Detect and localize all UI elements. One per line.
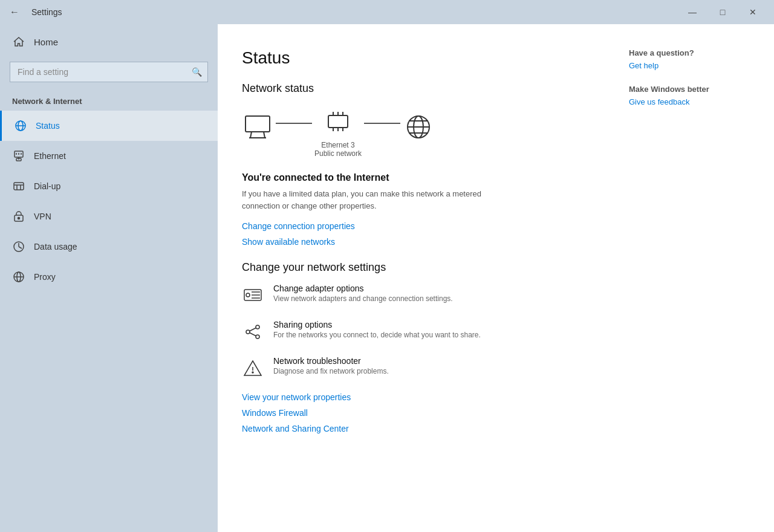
get-help-link[interactable]: Get help xyxy=(629,61,762,70)
sidebar-item-vpn[interactable]: VPN xyxy=(0,201,218,232)
svg-rect-23 xyxy=(328,115,348,128)
vpn-icon xyxy=(12,210,25,223)
main-container: Home 🔍 Network & Internet Status xyxy=(0,24,774,532)
proxy-icon xyxy=(12,270,25,284)
sharing-desc: For the networks you connect to, decide … xyxy=(273,331,481,339)
ethernet-switch-icon: Ethernet 3 Public network xyxy=(314,107,362,158)
sharing-icon xyxy=(242,321,264,343)
sidebar-home-item[interactable]: Home xyxy=(0,24,218,59)
app-title: Settings xyxy=(31,7,62,17)
home-icon xyxy=(12,35,25,48)
ethernet-label: Ethernet 3 Public network xyxy=(314,141,362,158)
sidebar-item-label-vpn: VPN xyxy=(34,212,51,221)
sidebar-section-title: Network & Internet xyxy=(0,89,218,111)
computer-icon: PC xyxy=(242,111,273,154)
show-networks-link[interactable]: Show available networks xyxy=(242,237,600,247)
setting-item-troubleshoot: Network troubleshooter Diagnose and fix … xyxy=(242,356,600,379)
titlebar-controls: ← Settings xyxy=(7,5,62,19)
svg-point-42 xyxy=(256,335,259,339)
ethernet-icon xyxy=(12,149,25,163)
change-settings-heading: Change your network settings xyxy=(242,261,600,274)
globe-icon: Internet xyxy=(403,111,434,154)
sidebar-item-proxy[interactable]: Proxy xyxy=(0,262,218,292)
adapter-name[interactable]: Change adapter options xyxy=(273,284,453,293)
better-title: Make Windows better xyxy=(629,85,762,94)
troubleshoot-desc: Diagnose and fix network problems. xyxy=(273,367,389,375)
search-container: 🔍 xyxy=(10,62,208,82)
network-diagram: PC Ethernet 3 Public network xyxy=(242,107,600,158)
right-panel: Have a question? Get help Make Windows b… xyxy=(629,24,774,532)
give-feedback-link[interactable]: Give us feedback xyxy=(629,97,762,106)
search-icon: 🔍 xyxy=(192,67,202,77)
svg-rect-9 xyxy=(14,183,24,190)
svg-line-43 xyxy=(250,328,256,331)
troubleshoot-icon xyxy=(242,357,264,379)
setting-item-sharing: Sharing options For the networks you con… xyxy=(242,320,600,343)
network-line-2 xyxy=(364,123,400,124)
setting-text-sharing: Sharing options For the networks you con… xyxy=(273,320,481,339)
sidebar-item-label-dialup: Dial-up xyxy=(34,181,60,191)
adapter-desc: View network adapters and change connect… xyxy=(273,294,453,303)
setting-text-adapter: Change adapter options View network adap… xyxy=(273,284,453,303)
setting-text-troubleshoot: Network troubleshooter Diagnose and fix … xyxy=(273,356,389,375)
svg-line-44 xyxy=(250,333,256,336)
setting-item-adapter: Change adapter options View network adap… xyxy=(242,284,600,307)
sidebar-item-label-ethernet: Ethernet xyxy=(34,151,66,161)
svg-point-47 xyxy=(252,372,253,373)
minimize-button[interactable]: — xyxy=(678,0,706,24)
svg-line-20 xyxy=(250,132,252,138)
back-button[interactable]: ← xyxy=(7,5,22,19)
sidebar-item-dialup[interactable]: Dial-up xyxy=(0,171,218,201)
troubleshoot-name[interactable]: Network troubleshooter xyxy=(273,356,389,366)
sidebar-item-label-status: Status xyxy=(36,121,60,131)
question-title: Have a question? xyxy=(629,48,762,57)
svg-point-14 xyxy=(18,218,20,219)
sharing-name[interactable]: Sharing options xyxy=(273,320,481,329)
page-title: Status xyxy=(242,48,600,68)
adapter-icon xyxy=(242,285,264,307)
svg-point-40 xyxy=(256,325,259,329)
datausage-icon xyxy=(12,240,25,253)
maximize-button[interactable]: □ xyxy=(709,0,737,24)
windows-firewall-link[interactable]: Windows Firewall xyxy=(242,408,600,418)
sidebar-item-ethernet[interactable]: Ethernet xyxy=(0,141,218,171)
content-area: Status Network status PC xyxy=(218,24,629,532)
network-status-heading: Network status xyxy=(242,82,600,95)
change-connection-link[interactable]: Change connection properties xyxy=(242,221,600,231)
svg-point-41 xyxy=(246,330,250,334)
status-icon xyxy=(14,119,27,132)
sidebar-item-label-proxy: Proxy xyxy=(34,272,56,282)
titlebar: ← Settings — □ ✕ xyxy=(0,0,774,24)
network-line-1 xyxy=(276,123,312,124)
dialup-icon xyxy=(12,180,25,193)
sharing-center-link[interactable]: Network and Sharing Center xyxy=(242,424,600,433)
sidebar: Home 🔍 Network & Internet Status xyxy=(0,24,218,532)
sidebar-item-datausage[interactable]: Data usage xyxy=(0,232,218,262)
close-button[interactable]: ✕ xyxy=(739,0,767,24)
svg-point-36 xyxy=(246,293,250,297)
search-input[interactable] xyxy=(10,62,208,82)
svg-rect-19 xyxy=(246,116,270,132)
home-label: Home xyxy=(34,37,58,47)
sidebar-item-label-datausage: Data usage xyxy=(34,242,77,251)
window-buttons: — □ ✕ xyxy=(678,0,767,24)
connected-title: You're connected to the Internet xyxy=(242,172,600,183)
sidebar-item-status[interactable]: Status xyxy=(0,111,218,141)
view-properties-link[interactable]: View your network properties xyxy=(242,392,600,402)
svg-line-21 xyxy=(264,132,265,138)
connected-desc: If you have a limited data plan, you can… xyxy=(242,188,520,212)
